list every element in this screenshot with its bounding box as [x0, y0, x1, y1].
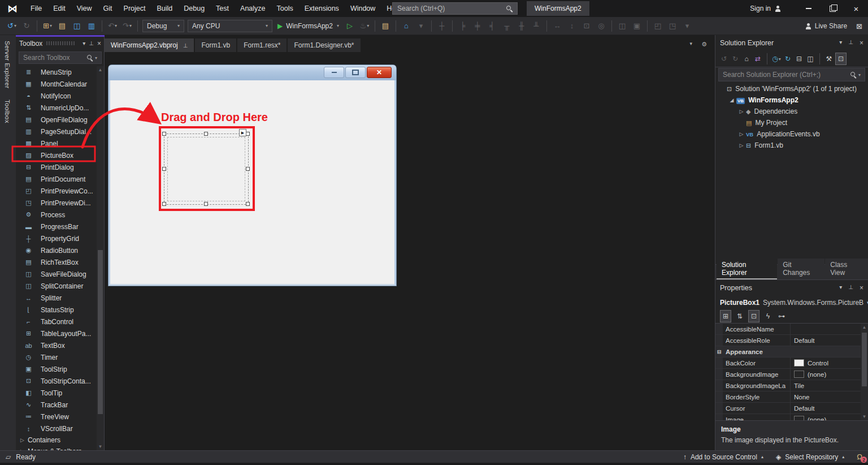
save-all-icon[interactable]: ▥	[84, 19, 99, 33]
sidebar-tab-server-explorer[interactable]: Server Explorer	[4, 35, 11, 94]
toolbox-header[interactable]: Toolbox ▾ ⊥ ×	[16, 37, 105, 50]
property-pages-icon[interactable]: ⊶	[776, 311, 787, 322]
doc-tab-form1-vb[interactable]: Form1.vb	[195, 38, 236, 52]
collapse-icon[interactable]: ⊟	[715, 346, 723, 357]
menu-edit[interactable]: Edit	[47, 0, 71, 17]
property-row-accessiblename[interactable]: AccessibleName	[715, 324, 868, 335]
se-home-icon[interactable]: ⌂	[741, 53, 752, 64]
properties-object-selector[interactable]: PictureBox1 System.Windows.Forms.Picture…	[715, 296, 868, 309]
expander-icon[interactable]: ▷	[738, 109, 745, 114]
menu-build[interactable]: Build	[151, 0, 178, 17]
toolbox-item-toolstrip[interactable]: ▣ToolStrip	[16, 363, 105, 375]
menu-test[interactable]: Test	[210, 0, 235, 17]
tool-tab-git-changes[interactable]: Git Changes	[778, 259, 824, 279]
scrollbar-thumb[interactable]	[862, 333, 867, 386]
add-to-source-control-button[interactable]: ↑Add to Source Control▴	[683, 453, 763, 461]
toolbar-overflow-icon[interactable]: ▾	[414, 19, 428, 33]
window-position-menu-icon[interactable]: ▾	[839, 284, 842, 292]
redo-icon[interactable]: ↷▾	[120, 19, 134, 33]
align-bottoms-icon[interactable]: ╨	[529, 19, 544, 33]
send-to-back-icon[interactable]: ◳	[665, 19, 680, 33]
menu-extensions[interactable]: Extensions	[299, 0, 345, 17]
toolbox-category-menus-toolbars[interactable]: ▷Menus & Toolbars	[16, 446, 105, 450]
toolbox-scrollbar[interactable]: ▲ ▼	[97, 66, 104, 450]
menu-analyze[interactable]: Analyze	[235, 0, 271, 17]
feedback-icon[interactable]: ⊠	[856, 22, 862, 31]
solution-explorer-header[interactable]: Solution Explorer ▾ ⊥ ×	[715, 35, 868, 51]
scrollbar-thumb[interactable]	[98, 250, 103, 414]
search-input[interactable]: Search (Ctrl+Q)	[392, 2, 518, 15]
toolbox-category-containers[interactable]: ▷Containers	[16, 434, 105, 446]
toolbox-item-printpreviewdi[interactable]: ◳PrintPreviewDi...	[16, 197, 105, 209]
toolbox-item-splitcontainer[interactable]: ◫SplitContainer	[16, 280, 105, 292]
property-row-borderstyle[interactable]: BorderStyleNone	[715, 391, 868, 403]
pin-icon[interactable]: ⊥	[183, 42, 188, 49]
toolbox-item-numericupdo[interactable]: ⇅NumericUpDo...	[16, 102, 105, 114]
form-minimize-button[interactable]	[324, 67, 344, 78]
toolbox-item-progressbar[interactable]: ▬ProgressBar	[16, 221, 105, 232]
property-row-backcolor[interactable]: BackColorControl	[715, 358, 868, 369]
categorized-icon[interactable]: ⊞	[720, 310, 731, 322]
select-repository-button[interactable]: ◈Select Repository▴	[776, 453, 844, 461]
toolbox-item-printdocument[interactable]: ▤PrintDocument	[16, 173, 105, 185]
toolbox-item-toolstripconta[interactable]: ⊡ToolStripConta...	[16, 375, 105, 387]
tab-list-icon[interactable]: ▾	[690, 41, 693, 48]
se-collapse-all-icon[interactable]: ⊟	[794, 53, 804, 64]
form-close-button[interactable]: ✕	[367, 67, 392, 78]
minimize-button[interactable]	[797, 0, 821, 17]
navigate-forward-icon[interactable]: ↻	[19, 19, 34, 33]
se-switch-views-icon[interactable]: ⇄	[753, 53, 763, 64]
menu-project[interactable]: Project	[118, 0, 151, 17]
properties-scrollbar[interactable]: ▲ ▼	[861, 324, 868, 420]
property-row-image[interactable]: Image(none)	[715, 414, 868, 420]
alphabetical-icon[interactable]: ⇅	[735, 311, 745, 322]
close-button[interactable]: ×	[844, 0, 868, 17]
toolbox-item-splitter[interactable]: ↔Splitter	[16, 292, 105, 304]
align-centers-icon[interactable]: ╪	[470, 19, 485, 33]
tree-item-winformsapp2[interactable]: ◢VBWinFormsApp2	[715, 94, 868, 106]
tree-item-dependencies[interactable]: ▷◆Dependencies	[715, 106, 868, 117]
designer-overflow-icon[interactable]: ▾	[680, 19, 695, 33]
scroll-down-icon[interactable]: ▼	[861, 413, 868, 420]
window-position-menu-icon[interactable]: ▾	[83, 40, 85, 46]
toolbox-item-menustrip[interactable]: ≣MenuStrip	[16, 66, 105, 78]
chevron-down-icon[interactable]: ▾	[858, 72, 861, 78]
center-horizontally-icon[interactable]: ◫	[615, 19, 630, 33]
expander-icon[interactable]: ▷	[738, 131, 745, 137]
align-lefts-icon[interactable]: ╞	[455, 19, 470, 33]
align-rights-icon[interactable]: ╡	[485, 19, 500, 33]
close-icon[interactable]: ×	[860, 39, 863, 47]
pin-icon[interactable]: ⊥	[89, 40, 94, 46]
toolbox-item-tooltip[interactable]: ◧ToolTip	[16, 387, 105, 399]
se-back-icon[interactable]: ↺	[719, 53, 729, 64]
toolbox-item-tabcontrol[interactable]: ⌐TabControl	[16, 316, 105, 328]
form-maximize-button[interactable]	[345, 67, 366, 78]
toolbox-item-savefiledialog[interactable]: ◫SaveFileDialog	[16, 268, 105, 280]
close-icon[interactable]: ×	[97, 40, 101, 48]
se-preview-selected-icon[interactable]: ◫	[805, 53, 815, 64]
toolbox-item-tablelayoutpa[interactable]: ⊞TableLayoutPa...	[16, 328, 105, 339]
make-vertical-spacing-equal-icon[interactable]: ↕	[565, 19, 579, 33]
tool-tab-solution-explorer[interactable]: Solution Explorer	[717, 259, 777, 279]
se-forward-icon[interactable]: ↻	[730, 53, 740, 64]
gear-icon[interactable]: ⚙	[701, 41, 707, 48]
doc-tab-form1-designer-vb[interactable]: Form1.Designer.vb*	[288, 38, 360, 52]
tree-item-form1-vb[interactable]: ▷⊟Form1.vb	[715, 140, 868, 151]
debug-configuration-select[interactable]: Debug▾	[142, 20, 184, 32]
expander-icon[interactable]: ▷	[738, 143, 745, 148]
property-category-appearance[interactable]: ⊟Appearance	[715, 346, 868, 358]
search-icon[interactable]	[506, 6, 513, 12]
navigate-backward-icon[interactable]: ↺▾	[5, 19, 19, 33]
property-row-cursor[interactable]: CursorDefault	[715, 403, 868, 414]
toolbox-item-treeview[interactable]: ≔TreeView	[16, 411, 105, 423]
ide-navigator-icon[interactable]: ⌂	[399, 19, 414, 33]
toolbox-item-printdialog[interactable]: ⊟PrintDialog	[16, 161, 105, 173]
snap-to-grid-icon[interactable]: ┼	[435, 19, 449, 33]
designer-form-window[interactable]: ✕	[108, 65, 396, 286]
make-horizontal-spacing-equal-icon[interactable]: ↔	[550, 19, 565, 33]
toolbox-item-pagesetupdial[interactable]: ▥PageSetupDial...	[16, 126, 105, 137]
drag-grip[interactable]	[46, 41, 75, 45]
se-properties-icon[interactable]: ⚒	[824, 53, 834, 64]
sidebar-tab-toolbox[interactable]: Toolbox	[4, 94, 11, 129]
menu-view[interactable]: View	[71, 0, 98, 17]
